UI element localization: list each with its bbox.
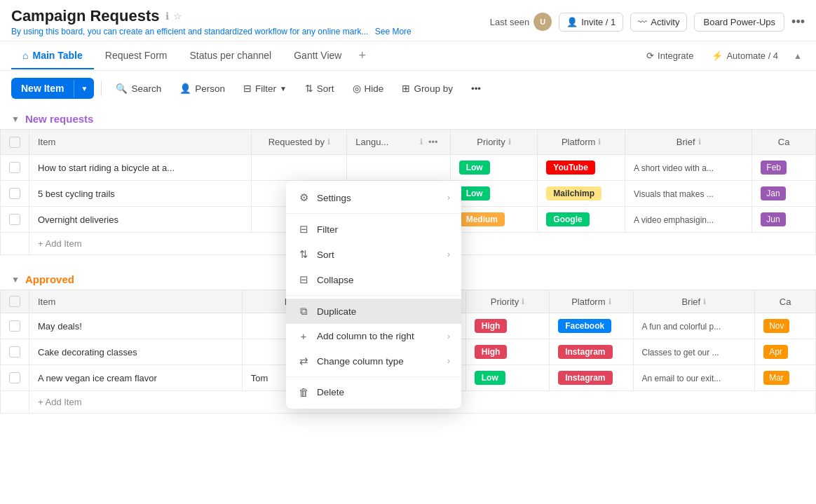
more-options-icon[interactable]: ••• (791, 15, 805, 29)
select-all-checkbox[interactable] (9, 137, 20, 148)
select-all-checkbox-approved[interactable] (9, 296, 20, 307)
col-priority: Priority ℹ (450, 130, 538, 155)
cell-platform: Instagram (550, 365, 633, 391)
new-item-button[interactable]: New Item ▼ (11, 78, 94, 99)
tab-main-table[interactable]: ⌂ Main Table (11, 43, 94, 69)
cell-item: Cake decorating classes ⊕ (29, 339, 243, 365)
cell-item: 5 best cycling trails ⊕ (29, 181, 252, 207)
col-checkbox (1, 130, 29, 155)
group-title-new-requests: New requests (25, 113, 94, 125)
row-checkbox[interactable] (9, 214, 20, 225)
title-area: Campaign Requests ℹ ☆ By using this boar… (11, 7, 412, 36)
brief-info-icon-approved[interactable]: ℹ (703, 297, 706, 306)
toolbar-separator (101, 81, 102, 96)
add-column-icon: + (297, 330, 310, 342)
cell-date: Jan (752, 181, 816, 207)
collapse-menu-icon: ⊟ (297, 273, 310, 286)
menu-label-change-type: Change column type (317, 356, 404, 367)
cell-brief: Visuals that makes ... (625, 181, 752, 207)
settings-icon: ⚙ (297, 191, 310, 204)
star-icon[interactable]: ☆ (173, 11, 182, 22)
search-button[interactable]: 🔍 Search (109, 79, 168, 98)
priority-badge: High (475, 319, 508, 333)
priority-info-icon-approved[interactable]: ℹ (522, 297, 524, 306)
platform-info-icon-approved[interactable]: ℹ (608, 297, 611, 306)
filter-dropdown-icon: ▼ (280, 85, 287, 93)
menu-item-add-column[interactable]: + Add column to the right › (286, 324, 461, 348)
hide-button[interactable]: ◎ Hide (346, 79, 391, 98)
menu-item-sort[interactable]: ⇅ Sort › (286, 242, 461, 267)
col-ca: Ca (752, 130, 816, 155)
person-button[interactable]: 👤 Person (172, 79, 232, 98)
menu-label-add-column: Add column to the right (317, 331, 414, 341)
more-toolbar-button[interactable]: ••• (464, 79, 488, 98)
tab-request-form[interactable]: Request Form (94, 43, 179, 69)
delete-menu-icon: 🗑 (297, 386, 310, 398)
group-toggle-new-requests[interactable]: ▼ (11, 114, 20, 124)
collapse-tabs-icon[interactable]: ▲ (791, 48, 805, 64)
tab-gantt-view[interactable]: Gantt View (283, 43, 353, 69)
tabs-bar: ⌂ Main Table Request Form Status per cha… (0, 41, 816, 71)
priority-info-icon[interactable]: ℹ (508, 137, 511, 147)
platform-info-icon[interactable]: ℹ (598, 137, 601, 147)
cell-priority: High (465, 339, 549, 365)
settings-arrow-icon: › (447, 193, 450, 203)
automate-icon: ⚡ (712, 50, 723, 61)
cell-checkbox (1, 313, 29, 339)
automate-button[interactable]: ⚡ Automate / 4 (706, 47, 784, 64)
integrate-button[interactable]: ⟳ Integrate (641, 47, 699, 64)
menu-item-filter[interactable]: ⊟ Filter (286, 217, 461, 242)
row-checkbox[interactable] (9, 162, 20, 173)
menu-item-collapse[interactable]: ⊟ Collapse (286, 267, 461, 292)
requested-by-info-icon[interactable]: ℹ (327, 137, 330, 147)
hide-icon: ◎ (353, 83, 361, 94)
col-item-approved: Item (29, 290, 243, 313)
cell-brief: A video emphasigin... (625, 207, 752, 233)
platform-badge: Instagram (558, 345, 612, 359)
new-item-dropdown-arrow[interactable]: ▼ (74, 80, 94, 97)
page-title: Campaign Requests (11, 7, 160, 25)
priority-badge: Low (475, 371, 505, 385)
filter-button[interactable]: ⊟ Filter ▼ (236, 79, 294, 98)
activity-button[interactable]: 〰 Activity (630, 13, 687, 32)
platform-badge: YouTube (546, 161, 595, 175)
tab-add-button[interactable]: + (353, 41, 372, 70)
group-toggle-approved[interactable]: ▼ (11, 275, 20, 285)
platform-badge: Facebook (558, 319, 611, 333)
home-icon: ⌂ (22, 50, 28, 61)
language-info-icon[interactable]: ℹ (420, 137, 423, 147)
menu-item-delete[interactable]: 🗑 Delete (286, 380, 461, 404)
cell-item: May deals! ⊕ (29, 313, 243, 339)
row-checkbox[interactable] (9, 320, 20, 332)
row-checkbox[interactable] (9, 372, 20, 383)
menu-item-settings[interactable]: ⚙ Settings › (286, 185, 461, 210)
info-icon[interactable]: ℹ (165, 11, 169, 22)
cell-brief: An email to our exit... (633, 365, 755, 391)
group-icon: ⊞ (402, 83, 410, 94)
invite-button[interactable]: 👤 Invite / 1 (559, 13, 623, 32)
col-brief-approved: Brief ℹ (633, 290, 755, 313)
tab-status-channel[interactable]: Status per channel (178, 43, 283, 69)
sort-button[interactable]: ⇅ Sort (298, 79, 341, 98)
cell-platform: Instagram (550, 339, 633, 365)
table-header-row: Item Requested by ℹ Langu... ℹ ••• (1, 130, 816, 155)
title-icons: ℹ ☆ (165, 11, 182, 22)
language-col-menu-icon[interactable]: ••• (425, 135, 442, 149)
see-more-link[interactable]: See More (375, 27, 412, 36)
cell-item: How to start riding a bicycle at a... ⊕ (29, 155, 252, 181)
cell-checkbox (1, 207, 29, 233)
cell-date: Apr (755, 339, 816, 365)
cell-priority: Low (450, 181, 538, 207)
board-powerups-button[interactable]: Board Power-Ups (694, 13, 784, 32)
menu-item-duplicate[interactable]: ⧉ Duplicate (286, 299, 461, 324)
cell-platform: Google (538, 207, 625, 233)
duplicate-menu-icon: ⧉ (297, 305, 310, 318)
row-checkbox[interactable] (9, 188, 20, 199)
row-checkbox[interactable] (9, 346, 20, 357)
col-ca-approved: Ca (755, 290, 816, 313)
menu-item-change-type[interactable]: ⇄ Change column type › (286, 348, 461, 374)
menu-divider-1 (286, 213, 461, 214)
cell-checkbox (1, 155, 29, 181)
brief-info-icon[interactable]: ℹ (698, 137, 701, 147)
group-by-button[interactable]: ⊞ Group by (395, 79, 460, 98)
